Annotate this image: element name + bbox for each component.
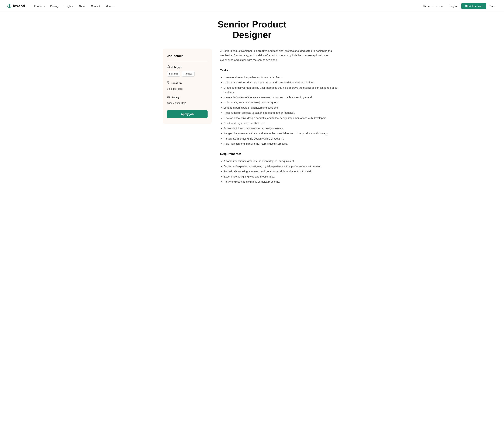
location-title: Location [167, 81, 208, 85]
requirement-item: Portfolio showcasing your work and great… [224, 169, 341, 174]
nav-links: Features Pricing Insights About Contact … [32, 3, 421, 10]
salary-icon [167, 95, 170, 100]
task-item: Participate in shaping the design cultur… [224, 137, 341, 141]
tag-remotly: Remotly [182, 71, 195, 77]
language-selector[interactable]: En ⌄ [488, 3, 497, 10]
brand-logo[interactable]: lexend. [7, 3, 26, 9]
task-item: Help maintain and improve the internal d… [224, 141, 341, 146]
requirements-list: A computer science graduate, relevant de… [220, 159, 341, 184]
job-type-title: Job type [167, 65, 208, 69]
task-item: Collaborate with Product Managers, UXR a… [224, 80, 341, 85]
nav-item-contact[interactable]: Contact [88, 3, 102, 10]
job-type-section: Job type Full-time Remotly [167, 65, 208, 76]
salary-section: Salary $60k – $90k USD [167, 95, 208, 105]
task-item: Suggest improvements that contribute to … [224, 131, 341, 136]
page-content: Senrior Product Designer Job details Job… [156, 12, 348, 204]
job-body: A Senior Product Designer is a creative … [220, 49, 341, 190]
nav-item-pricing[interactable]: Pricing [48, 3, 61, 10]
tag-fulltime: Full-time [167, 71, 180, 77]
job-layout: Job details Job type Full-time Remo [163, 49, 341, 190]
requirement-item: Experience designing web and mobile apps… [224, 174, 341, 179]
request-demo-link[interactable]: Request a demo [421, 3, 445, 10]
salary-title: Salary [167, 95, 208, 100]
task-item: Present design projects to stakeholders … [224, 110, 341, 115]
sidebar-heading: Job details [167, 54, 208, 62]
svg-point-2 [168, 82, 169, 82]
brand-name: lexend. [13, 3, 26, 9]
nav-item-about[interactable]: About [76, 3, 88, 10]
task-item: Actively build and maintain internal des… [224, 126, 341, 131]
nav-item-insights[interactable]: Insights [61, 3, 75, 10]
job-intro: A Senior Product Designer is a creative … [220, 49, 341, 62]
briefcase-icon [167, 65, 170, 69]
nav-item-more[interactable]: More ⌄ [103, 3, 117, 10]
chevron-down-icon: ⌄ [493, 4, 496, 8]
page-title: Senrior Product Designer [163, 19, 341, 40]
tasks-list: Create end-to-end experiences, from star… [220, 75, 341, 146]
requirement-item: A computer science graduate, relevant de… [224, 159, 341, 163]
job-type-tags: Full-time Remotly [167, 71, 208, 77]
task-item: Create and deliver high-quality user int… [224, 85, 341, 95]
login-link[interactable]: Log in [447, 3, 459, 10]
job-sidebar: Job details Job type Full-time Remo [163, 49, 212, 124]
requirement-item: Ability to dissect and simplify complex … [224, 179, 341, 184]
location-section: Location Salé, Morocco [167, 81, 208, 91]
task-item: Conduct design and usability tests. [224, 121, 341, 125]
location-value: Salé, Morocco [167, 87, 208, 91]
task-item: Develop exhaustive design handoffs, and … [224, 116, 341, 120]
main-nav: lexend. Features Pricing Insights About … [0, 0, 504, 12]
salary-value: $60k – $90k USD [167, 101, 208, 105]
svg-rect-3 [167, 96, 170, 98]
nav-item-features[interactable]: Features [32, 3, 47, 10]
task-item: Collaborate, assist and review junior de… [224, 100, 341, 105]
tasks-heading: Tasks: [220, 68, 341, 73]
apply-job-button[interactable]: Apply job [167, 110, 208, 118]
requirement-item: 5+ years of experience designing digital… [224, 164, 341, 169]
task-item: Lead and participate in brainstorming se… [224, 105, 341, 110]
nav-right: Request a demo Log in Start free trial E… [421, 3, 497, 10]
location-pin-icon [167, 81, 169, 85]
brand-icon [7, 4, 12, 9]
task-item: Create end-to-end experiences, from star… [224, 75, 341, 80]
chevron-down-icon: ⌄ [112, 4, 115, 8]
start-trial-button[interactable]: Start free trial [461, 3, 486, 9]
task-item: Have a 360o view of the area you're work… [224, 95, 341, 100]
svg-rect-4 [168, 96, 169, 97]
requirements-heading: Requirements: [220, 152, 341, 156]
